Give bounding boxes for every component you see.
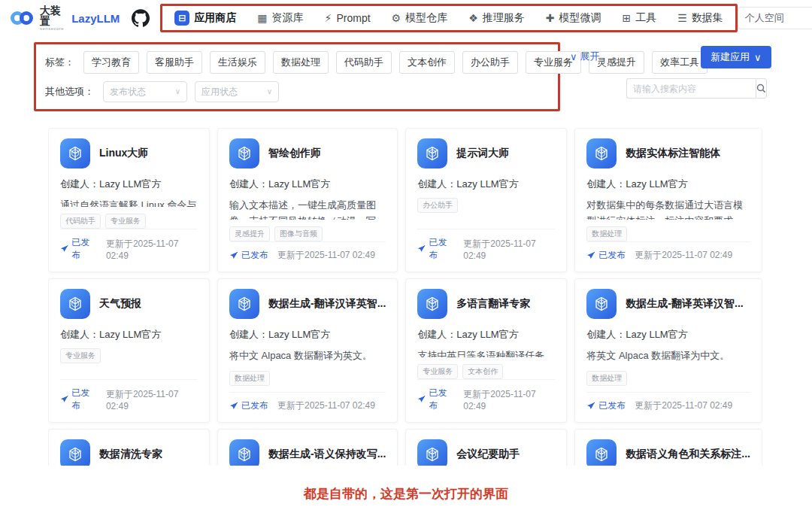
app-card[interactable]: 数据语义角色和关系标注... [574, 429, 762, 466]
publish-status-badge: 已发布 [60, 387, 97, 412]
workspace-select-value: 个人空间 [745, 11, 784, 25]
app-tag: 图像与音频 [274, 226, 323, 241]
nav-item-resource-library[interactable]: ▦ 资源库 [257, 11, 303, 25]
search-icon[interactable] [756, 78, 767, 99]
app-card-head: 数据生成-翻译汉译英智... [229, 289, 386, 319]
app-title: 天气预报 [99, 297, 141, 311]
nav-item-label: 数据集 [692, 11, 723, 25]
app-card[interactable]: 提示词大师 创建人：Lazy LLM官方 办公助手 已发布 更新于2025-11… [405, 128, 567, 272]
app-tag: 灵感提升 [229, 226, 270, 241]
app-cube-icon [229, 138, 259, 168]
publish-status-text: 已发布 [241, 399, 268, 412]
model-hub-icon: ⚙ [392, 13, 401, 23]
app-card-head: 天气预报 [60, 289, 198, 319]
publish-status-text: 已发布 [241, 249, 268, 262]
send-icon [229, 251, 238, 260]
app-cube-icon [60, 289, 90, 319]
app-card-head: 数据实体标注智能体 [586, 138, 750, 168]
tags-label: 标签： [45, 56, 74, 69]
app-card-footer: 已发布 更新于2025-11-07 02:49 [586, 392, 750, 412]
brand-logo[interactable]: 大装置 sensecore LazyLLM [11, 5, 120, 31]
app-tag-list: 代码助手专业服务 [60, 214, 198, 229]
app-tag: 专业服务 [60, 348, 101, 363]
nav-item-model-finetune[interactable]: ✚ 模型微调 [546, 11, 601, 25]
search-input[interactable] [626, 78, 756, 99]
new-app-button[interactable]: 新建应用 ∨ [701, 46, 771, 68]
app-card[interactable]: 数据生成-翻译汉译英智... 创建人：Lazy LLM官方 将中文 Alpaca… [217, 278, 398, 423]
nav-item-dataset[interactable]: ☰ 数据集 [677, 11, 723, 25]
app-card[interactable]: 数据生成-语义保持改写... [217, 429, 398, 466]
app-title: 数据语义角色和关系标注... [626, 448, 750, 461]
app-tag: 数据处理 [586, 226, 627, 241]
app-tag: 数据处理 [229, 371, 270, 386]
tag-filter-button[interactable]: 学习教育 [83, 51, 139, 74]
tag-filter-button[interactable]: 效率工具 [652, 51, 707, 74]
tag-filter-button[interactable]: 数据处理 [273, 51, 329, 74]
app-description: 将英文 Alpaca 数据翻译为中文。 [586, 348, 750, 364]
app-cube-icon [417, 138, 447, 168]
app-card[interactable]: 天气预报 创建人：Lazy LLM官方 专业服务 已发布 更新于2025-11-… [48, 278, 210, 423]
app-card[interactable]: 数据清洗专家 [48, 429, 210, 466]
tag-filter-button[interactable]: 办公助手 [462, 51, 518, 74]
updated-time: 更新于2025-11-07 02:49 [463, 238, 555, 261]
publish-status-text: 已发布 [429, 387, 455, 412]
nav-item-prompt[interactable]: ⚡ Prompt [325, 12, 371, 24]
github-icon[interactable] [132, 9, 150, 27]
send-icon [229, 402, 238, 411]
search-bar [626, 78, 762, 99]
app-creator: 创建人：Lazy LLM官方 [586, 178, 750, 191]
filter-select-placeholder: 发布状态 [110, 86, 146, 99]
chevron-down-icon: ∨ [175, 88, 180, 96]
app-card-head: 提示词大师 [417, 138, 555, 168]
nav-item-label: 推理服务 [483, 11, 525, 25]
updated-time: 更新于2025-11-07 02:49 [106, 238, 198, 261]
send-icon [60, 244, 68, 254]
app-title: 智绘创作师 [268, 147, 321, 160]
app-cube-icon [586, 138, 617, 168]
nav-item-label: 模型仓库 [405, 11, 447, 25]
app-card[interactable]: 多语言翻译专家 创建人：Lazy LLM官方 支持中英日等多语种翻译任务，可定制… [405, 278, 567, 423]
nav-item-inference-service[interactable]: ❖ 推理服务 [468, 11, 525, 25]
model-finetune-icon: ✚ [546, 13, 555, 23]
nav-item-model-hub[interactable]: ⚙ 模型仓库 [392, 11, 448, 25]
app-creator: 创建人：Lazy LLM官方 [586, 328, 750, 342]
app-title: 数据生成-翻译汉译英智... [268, 297, 386, 311]
app-tag: 专业服务 [417, 364, 458, 379]
nav-item-label: 应用商店 [194, 11, 236, 25]
app-card[interactable]: 数据实体标注智能体 创建人：Lazy LLM官方 对数据集中的每条数据通过大语言… [574, 128, 762, 272]
send-icon [60, 395, 68, 404]
chevron-down-icon: ∨ [267, 88, 272, 96]
tag-filter-button[interactable]: 代码助手 [336, 51, 392, 74]
tag-filter-button[interactable]: 生活娱乐 [210, 51, 265, 74]
publish-status-badge: 已发布 [417, 236, 454, 262]
app-card-footer: 已发布 更新于2025-11-07 02:49 [60, 379, 198, 412]
workspace-select[interactable]: 个人空间 ∨ [738, 7, 812, 29]
expand-toggle[interactable]: ∨ 展开 [570, 50, 600, 63]
tag-filter-button[interactable]: 文本创作 [399, 51, 455, 74]
nav-item-label: Prompt [336, 12, 370, 24]
tools-icon: ⊞ [622, 13, 631, 23]
resource-library-icon: ▦ [257, 13, 267, 23]
app-cube-icon [229, 289, 259, 319]
app-card[interactable]: 智绘创作师 创建人：Lazy LLM官方 输入文本描述，一键生成高质量图像，支持… [217, 128, 398, 272]
tag-filter-list: 学习教育客服助手生活娱乐数据处理代码助手文本创作办公助手专业服务灵感提升效率工具 [83, 51, 707, 74]
updated-time: 更新于2025-11-07 02:49 [277, 399, 375, 412]
publish-status-badge: 已发布 [229, 249, 268, 262]
app-title: 数据生成-语义保持改写... [268, 448, 386, 461]
app-card[interactable]: 会议纪要助手 [405, 429, 567, 466]
filter-select[interactable]: 发布状态∨ [103, 81, 187, 102]
app-cube-icon [586, 439, 617, 466]
app-title: 数据清洗专家 [99, 448, 162, 461]
chevron-down-icon: ∨ [754, 53, 762, 62]
nav-item-tools[interactable]: ⊞ 工具 [622, 11, 656, 25]
nav-item-app-store[interactable]: ⊟ 应用商店 [174, 11, 236, 26]
app-title: Linux大师 [99, 147, 148, 160]
app-card[interactable]: 数据生成-翻译英译汉智... 创建人：Lazy LLM官方 将英文 Alpaca… [574, 278, 762, 423]
app-card[interactable]: Linux大师 创建人：Lazy LLM官方 通过自然语言解释 Linux 命令… [48, 128, 210, 272]
tag-filter-button[interactable]: 客服助手 [147, 51, 202, 74]
app-tag: 专业服务 [105, 214, 146, 229]
app-store-icon: ⊟ [174, 11, 189, 26]
publish-status-text: 已发布 [598, 249, 626, 262]
updated-time: 更新于2025-11-07 02:49 [463, 388, 555, 411]
filter-select[interactable]: 应用状态∨ [195, 81, 279, 102]
